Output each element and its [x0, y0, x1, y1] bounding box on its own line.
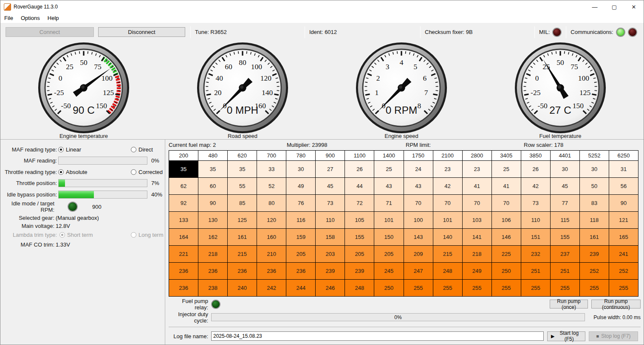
- fuel-map-cell[interactable]: 236: [169, 262, 198, 279]
- fuel-map-cell[interactable]: 225: [491, 245, 521, 262]
- fuel-map-cell[interactable]: 70: [433, 194, 462, 211]
- fuel-map-cell[interactable]: 255: [550, 279, 579, 296]
- fuel-map-cell[interactable]: 236: [228, 262, 257, 279]
- fuel-map-cell[interactable]: 105: [345, 211, 374, 228]
- fuel-map-cell[interactable]: 244: [286, 279, 316, 296]
- fuel-map-cell[interactable]: 90: [198, 194, 228, 211]
- fuel-map-cell[interactable]: 218: [198, 245, 228, 262]
- fuel-map-cell[interactable]: 141: [462, 228, 491, 245]
- fuel-map-cell[interactable]: 250: [491, 262, 521, 279]
- fuel-map-cell[interactable]: 101: [433, 211, 462, 228]
- fuel-map-cell[interactable]: 209: [404, 245, 433, 262]
- fuel-map-cell[interactable]: 27: [316, 160, 345, 177]
- radio-corrected[interactable]: [131, 169, 136, 175]
- fuel-map-cell[interactable]: 150: [374, 228, 404, 245]
- radio-absolute[interactable]: [58, 169, 64, 175]
- fuel-map-cell[interactable]: 44: [345, 177, 374, 194]
- fuel-map-cell[interactable]: 252: [579, 262, 609, 279]
- fuel-map-cell[interactable]: 160: [257, 228, 286, 245]
- maf-type-direct-option[interactable]: Direct: [131, 146, 153, 153]
- fuel-map-cell[interactable]: 130: [198, 211, 228, 228]
- run-pump-continuous-button[interactable]: Run pump (continuous): [591, 300, 641, 309]
- fuel-map-cell[interactable]: 205: [286, 245, 316, 262]
- fuel-map-cell[interactable]: 252: [609, 262, 638, 279]
- fuel-map-cell[interactable]: 70: [491, 194, 521, 211]
- fuel-map-cell[interactable]: 236: [169, 279, 198, 296]
- fuel-map-cell[interactable]: 26: [345, 160, 374, 177]
- menu-file[interactable]: File: [0, 14, 17, 22]
- fuel-map-cell[interactable]: 42: [521, 177, 550, 194]
- menu-options[interactable]: Options: [17, 14, 44, 22]
- fuel-map-cell[interactable]: 155: [345, 228, 374, 245]
- fuel-map-cell[interactable]: 118: [579, 211, 609, 228]
- fuel-map-cell[interactable]: 30: [286, 160, 316, 177]
- fuel-map-cell[interactable]: 159: [286, 228, 316, 245]
- fuel-map-cell[interactable]: 85: [228, 194, 257, 211]
- fuel-map-cell[interactable]: 255: [462, 279, 491, 296]
- fuel-map-cell[interactable]: 73: [521, 194, 550, 211]
- fuel-map-cell[interactable]: 55: [228, 177, 257, 194]
- stop-log-button[interactable]: ■ Stop log (F7): [589, 331, 638, 341]
- fuel-map-cell[interactable]: 31: [609, 160, 638, 177]
- fuel-map-cell[interactable]: 73: [316, 194, 345, 211]
- fuel-map-cell[interactable]: 60: [198, 177, 228, 194]
- fuel-map-cell[interactable]: 205: [374, 245, 404, 262]
- fuel-map-cell[interactable]: 246: [316, 279, 345, 296]
- fuel-map-cell[interactable]: 240: [228, 279, 257, 296]
- fuel-map-cell[interactable]: 165: [609, 228, 638, 245]
- fuel-map-cell[interactable]: 239: [579, 245, 609, 262]
- fuel-map-cell[interactable]: 70: [404, 194, 433, 211]
- fuel-map-cell[interactable]: 236: [198, 262, 228, 279]
- radio-direct[interactable]: [131, 147, 136, 152]
- fuel-map-cell[interactable]: 116: [286, 211, 316, 228]
- fuel-map-cell[interactable]: 143: [404, 228, 433, 245]
- fuel-map-cell[interactable]: 158: [316, 228, 345, 245]
- run-pump-once-button[interactable]: Run pump (once): [550, 300, 588, 309]
- fuel-map-cell[interactable]: 239: [316, 262, 345, 279]
- start-log-button[interactable]: ▶ Start log (F5): [547, 331, 585, 341]
- fuel-map-cell[interactable]: 255: [491, 279, 521, 296]
- fuel-map-cell[interactable]: 49: [286, 177, 316, 194]
- fuel-map-cell[interactable]: 110: [521, 211, 550, 228]
- fuel-map-cell[interactable]: 248: [345, 279, 374, 296]
- maf-type-linear-option[interactable]: Linear: [58, 146, 130, 153]
- fuel-map-cell[interactable]: 255: [609, 279, 638, 296]
- fuel-map-cell[interactable]: 76: [286, 194, 316, 211]
- fuel-map-cell[interactable]: 133: [169, 211, 198, 228]
- fuel-map-cell[interactable]: 245: [374, 262, 404, 279]
- fuel-map-cell[interactable]: 110: [316, 211, 345, 228]
- connect-button[interactable]: Connect: [6, 27, 94, 37]
- fuel-map-cell[interactable]: 30: [579, 160, 609, 177]
- fuel-map-cell[interactable]: 25: [491, 160, 521, 177]
- fuel-map-cell[interactable]: 125: [228, 211, 257, 228]
- fuel-map-cell[interactable]: 236: [257, 262, 286, 279]
- throttle-type-absolute-option[interactable]: Absolute: [58, 169, 130, 175]
- fuel-map-cell[interactable]: 247: [404, 262, 433, 279]
- fuel-map-cell[interactable]: 203: [316, 245, 345, 262]
- radio-linear[interactable]: [58, 147, 64, 152]
- fuel-map-cell[interactable]: 161: [228, 228, 257, 245]
- fuel-map-cell[interactable]: 24: [404, 160, 433, 177]
- fuel-map-cell[interactable]: 41: [462, 177, 491, 194]
- fuel-map-cell[interactable]: 164: [169, 228, 198, 245]
- fuel-map-cell[interactable]: 205: [345, 245, 374, 262]
- fuel-map-cell[interactable]: 23: [462, 160, 491, 177]
- fuel-map-cell[interactable]: 210: [257, 245, 286, 262]
- fuel-map-cell[interactable]: 236: [286, 262, 316, 279]
- fuel-map-cell[interactable]: 90: [609, 194, 638, 211]
- fuel-map-cell[interactable]: 251: [521, 262, 550, 279]
- fuel-map-cell[interactable]: 255: [404, 279, 433, 296]
- fuel-map-cell[interactable]: 103: [462, 211, 491, 228]
- fuel-map-cell[interactable]: 35: [198, 160, 228, 177]
- fuel-map-cell[interactable]: 41: [491, 177, 521, 194]
- fuel-map-cell[interactable]: 35: [169, 160, 198, 177]
- fuel-map-cell[interactable]: 70: [462, 194, 491, 211]
- fuel-map-cell[interactable]: 155: [550, 228, 579, 245]
- log-file-name-input[interactable]: [211, 331, 544, 341]
- fuel-map-cell[interactable]: 232: [521, 245, 550, 262]
- fuel-map-cell[interactable]: 239: [345, 262, 374, 279]
- fuel-map-cell[interactable]: 241: [609, 245, 638, 262]
- fuel-map-cell[interactable]: 140: [433, 228, 462, 245]
- fuel-map-cell[interactable]: 77: [550, 194, 579, 211]
- fuel-map-cell[interactable]: 30: [550, 160, 579, 177]
